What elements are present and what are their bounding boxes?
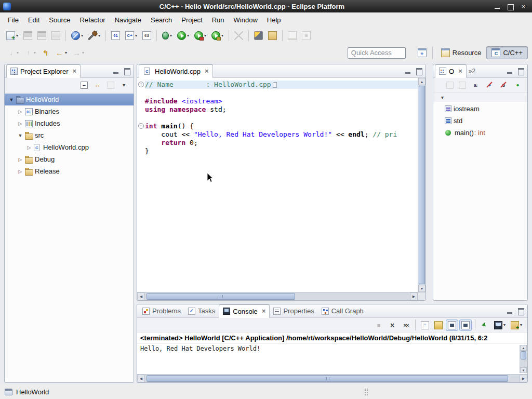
menu-window[interactable]: Window — [229, 14, 262, 26]
build-console-button[interactable] — [109, 30, 122, 42]
collapsed-arrow-icon[interactable]: ▷ — [17, 121, 24, 126]
outline-tree[interactable]: iostreamstdmain() : int — [433, 102, 527, 300]
code-line-1[interactable]: +// Name : HelloWorld.cpp — [137, 81, 418, 89]
display-selected-button[interactable]: ▾ — [492, 320, 508, 331]
new-cpp-wizard-button[interactable]: ▾ — [123, 30, 139, 42]
scrollbar-track[interactable] — [145, 375, 520, 382]
window-maximize-button[interactable] — [505, 2, 516, 11]
collapse-all-button[interactable] — [78, 80, 90, 90]
close-icon[interactable]: × — [205, 69, 209, 74]
code-line-7[interactable]: cout << "Hello, Red Hat Developers World… — [137, 130, 418, 139]
tab-call-graph[interactable]: Call Graph — [318, 304, 367, 317]
explorer-item-binaries[interactable]: ▷Binaries — [5, 105, 134, 117]
explorer-item-src[interactable]: ▼src — [5, 129, 134, 141]
folded-region-indicator[interactable] — [273, 82, 277, 88]
outline-item-std[interactable]: std — [433, 115, 527, 127]
collapsed-arrow-icon[interactable]: ▷ — [25, 145, 33, 150]
code-line-5[interactable] — [137, 114, 418, 122]
menu-edit[interactable]: Edit — [23, 14, 44, 26]
open-console-button[interactable]: ▾ — [509, 320, 524, 331]
sort-button[interactable] — [469, 79, 482, 91]
scrollbar-thumb[interactable] — [147, 375, 508, 382]
code-line-3[interactable]: #include <iostream> — [137, 97, 418, 105]
scrollbar-track[interactable] — [145, 292, 410, 300]
show-stderr-button[interactable] — [459, 320, 472, 331]
window-minimize-button[interactable] — [492, 2, 503, 11]
collapsed-arrow-icon[interactable]: ▷ — [17, 169, 24, 174]
profile-button[interactable]: ▾ — [209, 30, 225, 42]
scrollbar-thumb[interactable] — [419, 86, 425, 284]
menu-help[interactable]: Help — [262, 14, 286, 26]
view-menu-button[interactable] — [117, 79, 130, 91]
menu-source[interactable]: Source — [44, 14, 75, 26]
scroll-left-icon[interactable]: ◀ — [137, 375, 145, 382]
fold-expand-icon[interactable]: + — [138, 82, 144, 87]
scroll-lock-button[interactable] — [432, 320, 445, 331]
close-icon[interactable]: × — [72, 69, 76, 74]
menu-file[interactable]: File — [3, 14, 23, 26]
clear-console-button[interactable] — [419, 320, 431, 331]
remove-launch-button[interactable] — [386, 320, 398, 331]
explorer-item-includes[interactable]: ▷Includes — [5, 117, 134, 129]
tab-console[interactable]: Console× — [219, 304, 270, 318]
explorer-item-debug[interactable]: ▷Debug — [5, 153, 134, 165]
code-line-4[interactable]: using namespace std; — [137, 105, 418, 114]
code-line-6[interactable]: −int main() { — [137, 122, 418, 130]
maximize-view-button[interactable] — [414, 66, 424, 75]
last-edit-location-button[interactable] — [39, 47, 52, 59]
open-perspective-button[interactable] — [416, 47, 429, 59]
scrollbar-track[interactable] — [418, 85, 425, 285]
back-button[interactable]: ▾ — [53, 47, 69, 59]
run-button[interactable]: ▾ — [175, 30, 191, 42]
perspective-resource-button[interactable]: Resource — [436, 46, 487, 59]
menu-search[interactable]: Search — [146, 14, 177, 26]
editor-vertical-scrollbar[interactable]: ▲ ▼ — [418, 78, 425, 292]
console-horizontal-scrollbar[interactable]: ◀ ▶ — [137, 374, 527, 382]
explorer-item-helloworld[interactable]: ▼HelloWorld — [5, 94, 134, 105]
fold-collapse-icon[interactable]: − — [138, 123, 144, 129]
code-line-8[interactable]: return 0; — [137, 139, 418, 147]
expanded-arrow-icon[interactable]: ▼ — [8, 97, 15, 102]
external-tools-button[interactable]: ▾ — [192, 30, 208, 42]
close-icon[interactable]: × — [458, 69, 462, 74]
maximize-view-button[interactable] — [516, 66, 526, 75]
tab-outline[interactable]: O × — [435, 64, 467, 78]
explorer-item-helloworld-cpp[interactable]: ▷HelloWorld.cpp — [5, 141, 134, 153]
minimize-view-button[interactable] — [111, 66, 121, 75]
code-editor[interactable]: +// Name : HelloWorld.cpp#include <iostr… — [137, 78, 418, 292]
maximize-view-button[interactable] — [122, 66, 132, 75]
project-tree[interactable]: ▼HelloWorld▷Binaries▷Includes▼src▷HelloW… — [5, 92, 134, 382]
scroll-down-icon[interactable]: ▼ — [418, 285, 425, 292]
menu-run[interactable]: Run — [207, 14, 229, 26]
scrollbar-thumb[interactable] — [521, 351, 526, 360]
remove-all-launches-button[interactable] — [400, 320, 412, 331]
collapsed-arrow-icon[interactable]: ▷ — [17, 157, 24, 162]
code-line-2[interactable] — [137, 89, 418, 97]
outline-item-iostream[interactable]: iostream — [433, 103, 527, 115]
tab-problems[interactable]: Problems — [139, 304, 184, 317]
scroll-right-icon[interactable]: ▶ — [410, 292, 418, 300]
code-analysis-button[interactable] — [140, 30, 153, 42]
tab-project-explorer[interactable]: Project Explorer × — [6, 64, 81, 78]
scroll-left-icon[interactable]: ◀ — [137, 292, 145, 300]
console-vertical-scrollbar[interactable]: ▲ ▼ — [520, 345, 527, 373]
build-button[interactable]: ▾ — [86, 30, 102, 42]
menu-refactor[interactable]: Refactor — [75, 14, 110, 26]
hide-static-button[interactable] — [497, 79, 510, 91]
expanded-arrow-icon[interactable]: ▼ — [17, 133, 24, 138]
scrollbar-track[interactable] — [520, 351, 527, 367]
hide-fields-button[interactable] — [483, 79, 496, 91]
menu-navigate[interactable]: Navigate — [110, 14, 146, 26]
collapsed-arrow-icon[interactable]: ▷ — [17, 109, 24, 114]
maximize-view-button[interactable] — [516, 307, 526, 315]
minimize-view-button[interactable] — [505, 307, 515, 315]
menu-project[interactable]: Project — [177, 14, 207, 26]
perspective-cpp-button[interactable]: C/C++ — [486, 46, 528, 59]
skip-breakpoints-button[interactable]: ▾ — [69, 30, 85, 42]
scroll-down-icon[interactable]: ▼ — [520, 367, 527, 373]
scroll-up-icon[interactable]: ▲ — [418, 78, 425, 85]
open-resource-button[interactable] — [266, 30, 279, 42]
close-icon[interactable]: × — [262, 309, 266, 314]
explorer-item-release[interactable]: ▷Release — [5, 165, 134, 177]
minimize-view-button[interactable] — [403, 66, 413, 75]
